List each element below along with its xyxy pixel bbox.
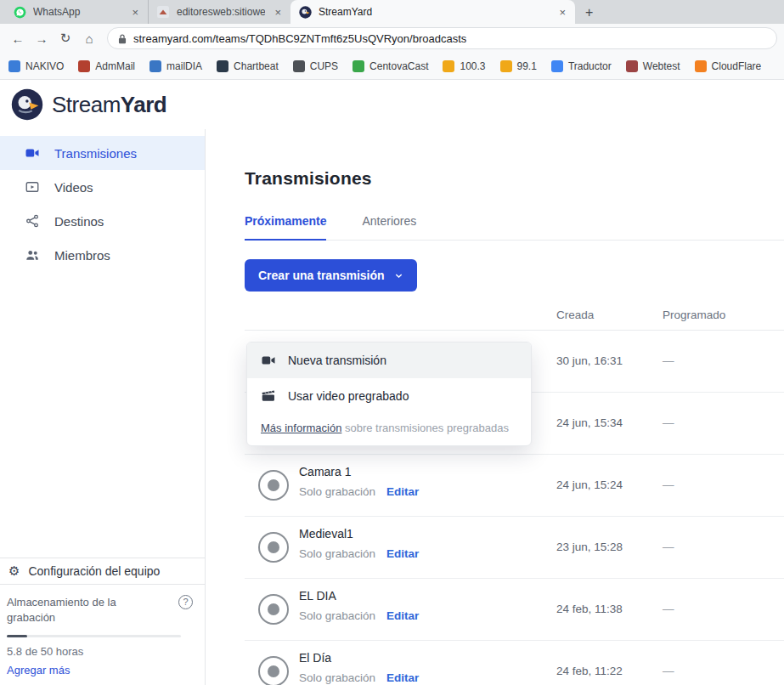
browser-tab-eldia[interactable]: editoresweb:sitioweb:eldia.co × — [148, 0, 290, 24]
forward-icon[interactable]: → — [31, 31, 53, 46]
app-header: StreamYard — [0, 80, 784, 129]
broadcast-type: Solo grabación — [299, 609, 375, 622]
bookmark-favicon-icon — [78, 60, 90, 72]
url-text: streamyard.com/teams/TQDhBC9ZNTmft6z5UsQ… — [133, 32, 466, 45]
scheduled-cell: — — [663, 354, 674, 367]
scheduled-cell: — — [663, 665, 674, 677]
home-icon[interactable]: ⌂ — [78, 31, 100, 46]
bookmark[interactable]: 100.3 — [443, 60, 485, 72]
people-icon — [25, 247, 40, 263]
address-bar[interactable]: streamyard.com/teams/TQDhBC9ZNTmft6z5UsQ… — [107, 27, 777, 49]
bookmark[interactable]: 99.1 — [500, 60, 537, 72]
scheduled-cell: — — [663, 416, 674, 429]
bookmark[interactable]: NAKIVO — [8, 60, 64, 72]
team-settings-button[interactable]: ⚙ Configuración del equipo — [0, 558, 205, 585]
bookmark-label: AdmMail — [95, 60, 135, 72]
bookmark[interactable]: AdmMail — [78, 60, 135, 72]
menu-item-video-pregrabado[interactable]: Usar video pregrabado — [247, 378, 531, 414]
bookmark-label: Webtest — [643, 60, 680, 72]
table-row[interactable]: El Día Solo grabaciónEditar 24 feb, 11:2… — [245, 641, 784, 685]
storage-usage: 5.8 de 50 horas — [7, 645, 193, 658]
sidebar-item-label: Transmisiones — [54, 146, 137, 161]
help-icon[interactable]: ? — [178, 595, 193, 609]
bookmark[interactable]: CentovaCast — [353, 60, 428, 72]
sidebar-item-transmisiones[interactable]: Transmisiones — [0, 136, 205, 170]
site-favicon-icon — [157, 6, 170, 19]
sidebar-item-videos[interactable]: Videos — [0, 170, 205, 204]
column-header-created: Creada — [556, 309, 594, 321]
table-row[interactable]: Medieval1 Solo grabaciónEditar 23 jun, 1… — [245, 517, 784, 579]
bookmark[interactable]: Traductor — [551, 60, 612, 72]
new-tab-button[interactable]: + — [585, 6, 593, 20]
create-dropdown-menu: Nueva transmisión Usar video pregrabado … — [246, 342, 532, 446]
close-icon[interactable]: × — [129, 6, 141, 19]
bookmark[interactable]: CloudFlare — [695, 60, 762, 72]
reload-icon[interactable]: ↻ — [54, 31, 76, 46]
lock-icon — [118, 33, 127, 44]
wordmark-regular: Stream — [52, 92, 121, 117]
column-header-scheduled: Programado — [663, 309, 725, 321]
edit-link[interactable]: Editar — [386, 485, 419, 498]
table-row[interactable]: EL DIA Solo grabaciónEditar 24 feb, 11:3… — [245, 579, 784, 641]
main-content: Transmisiones Próximamente Anteriores Cr… — [206, 129, 784, 685]
browser-tab-streamyard[interactable]: StreamYard × — [290, 0, 575, 24]
create-broadcast-button[interactable]: Crear una transmisión — [245, 259, 417, 292]
bookmark[interactable]: CUPS — [293, 60, 338, 72]
more-info-link[interactable]: Más información — [261, 422, 341, 434]
bookmark-favicon-icon — [149, 60, 161, 72]
toolbar: ← → ↻ ⌂ streamyard.com/teams/TQDhBC9ZNTm… — [0, 24, 784, 53]
bookmark-label: 100.3 — [460, 60, 485, 72]
bookmark[interactable]: Webtest — [626, 60, 680, 72]
tab-strip: WhatsApp × editoresweb:sitioweb:eldia.co… — [0, 0, 784, 24]
menu-item-nueva-transmision[interactable]: Nueva transmisión — [247, 342, 531, 378]
sidebar-item-miembros[interactable]: Miembros — [0, 238, 205, 272]
bookmark-favicon-icon — [551, 60, 563, 72]
table-row[interactable]: Camara 1 Solo grabaciónEditar 24 jun, 15… — [245, 455, 784, 517]
chevron-down-icon — [394, 271, 403, 280]
tab-title: WhatsApp — [33, 6, 122, 18]
tab-proximamente[interactable]: Próximamente — [245, 214, 326, 241]
bookmark-label: NAKIVO — [25, 60, 64, 72]
content-tabs: Próximamente Anteriores — [245, 214, 784, 241]
table-header: Creada Programado — [245, 307, 784, 331]
bookmark-favicon-icon — [695, 60, 707, 72]
bookmark-label: 99.1 — [517, 60, 537, 72]
bookmark[interactable]: mailDIA — [149, 60, 202, 72]
streamyard-logo-icon — [11, 88, 43, 121]
broadcast-name: Camara 1 — [299, 465, 351, 478]
video-file-icon — [25, 179, 40, 195]
gear-icon: ⚙ — [8, 563, 20, 579]
add-more-link[interactable]: Agregar más — [7, 664, 193, 677]
close-icon[interactable]: × — [272, 6, 284, 19]
tab-anteriores[interactable]: Anteriores — [362, 214, 416, 240]
sidebar-bottom: ⚙ Configuración del equipo Almacenamient… — [0, 558, 205, 685]
video-camera-icon — [261, 353, 276, 368]
bookmark-favicon-icon — [443, 60, 454, 72]
bookmark-favicon-icon — [8, 60, 20, 72]
menu-item-label: Usar video pregrabado — [288, 389, 409, 403]
bookmark-label: CentovaCast — [369, 60, 428, 72]
edit-link[interactable]: Editar — [386, 609, 419, 622]
record-icon — [258, 532, 289, 563]
broadcast-subtitle: Solo grabaciónEditar — [299, 485, 419, 498]
sidebar-item-destinos[interactable]: Destinos — [0, 204, 205, 238]
sidebar-item-label: Videos — [54, 180, 93, 195]
broadcast-type: Solo grabación — [299, 485, 375, 498]
streamyard-favicon-icon — [299, 6, 312, 19]
created-cell: 24 feb, 11:22 — [556, 665, 623, 677]
edit-link[interactable]: Editar — [386, 671, 419, 684]
wordmark-bold: Yard — [121, 92, 166, 117]
bookmark-label: Chartbeat — [234, 60, 279, 72]
edit-link[interactable]: Editar — [386, 547, 419, 560]
back-icon[interactable]: ← — [7, 31, 29, 46]
broadcast-type: Solo grabación — [299, 671, 375, 684]
clapperboard-icon — [261, 388, 276, 404]
bookmark[interactable]: Chartbeat — [217, 60, 279, 72]
bookmark-label: mailDIA — [166, 60, 202, 72]
browser-tab-whatsapp[interactable]: WhatsApp × — [5, 0, 148, 24]
bookmark-favicon-icon — [500, 60, 512, 72]
close-icon[interactable]: × — [556, 6, 568, 19]
bookmark-favicon-icon — [217, 60, 228, 72]
record-icon — [258, 594, 289, 625]
create-broadcast-label: Crear una transmisión — [258, 269, 385, 282]
